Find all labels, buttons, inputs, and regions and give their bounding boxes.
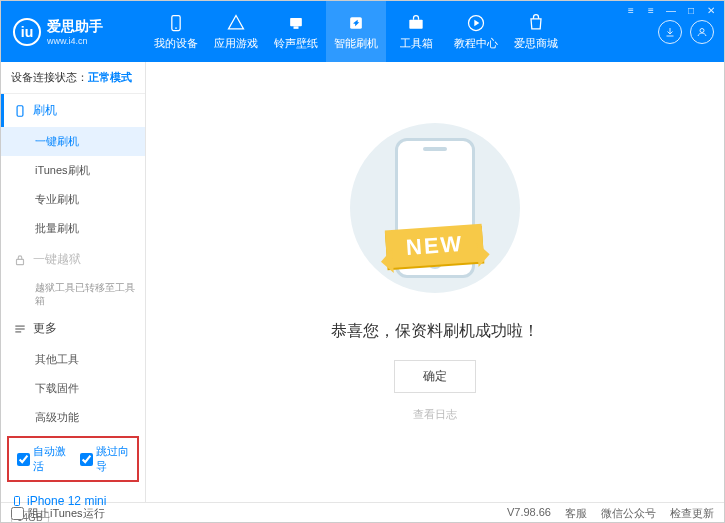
nav-flash[interactable]: 智能刷机 xyxy=(326,1,386,62)
skip-guide-checkbox[interactable] xyxy=(80,453,93,466)
nav-tutorial[interactable]: 教程中心 xyxy=(446,1,506,62)
nav-label: 智能刷机 xyxy=(334,36,378,51)
auto-activate-check[interactable]: 自动激活 xyxy=(17,444,66,474)
update-link[interactable]: 检查更新 xyxy=(670,506,714,521)
nav-label: 应用游戏 xyxy=(214,36,258,51)
nav-label: 铃声壁纸 xyxy=(274,36,318,51)
nav-store[interactable]: 爱思商城 xyxy=(506,1,566,62)
jailbreak-note: 越狱工具已转移至工具箱 xyxy=(1,276,145,312)
svg-rect-10 xyxy=(17,259,24,264)
app-url: www.i4.cn xyxy=(47,36,103,46)
window-controls: ≡ ≡ — □ ✕ xyxy=(624,3,718,17)
success-message: 恭喜您，保资料刷机成功啦！ xyxy=(331,321,539,342)
block-itunes-check[interactable]: 阻止iTunes运行 xyxy=(11,506,105,521)
svg-point-8 xyxy=(700,28,704,32)
user-button[interactable] xyxy=(690,20,714,44)
tutorial-icon xyxy=(466,13,486,33)
more-icon xyxy=(13,322,27,336)
minimize-icon[interactable]: — xyxy=(664,3,678,17)
sidebar-item-advanced[interactable]: 高级功能 xyxy=(1,403,145,432)
view-log-link[interactable]: 查看日志 xyxy=(413,407,457,422)
svg-rect-9 xyxy=(17,105,23,116)
sidebar: 设备连接状态：正常模式 刷机 一键刷机 iTunes刷机 专业刷机 批量刷机 一… xyxy=(1,62,146,502)
sidebar-more-header[interactable]: 更多 xyxy=(1,312,145,345)
svg-rect-3 xyxy=(294,26,299,29)
svg-rect-14 xyxy=(15,497,20,506)
sidebar-label: 刷机 xyxy=(33,102,57,119)
skip-guide-check[interactable]: 跳过向导 xyxy=(80,444,129,474)
phone-icon xyxy=(13,104,27,118)
sidebar-item-firmware[interactable]: 下载固件 xyxy=(1,374,145,403)
lock-icon xyxy=(13,253,27,267)
wechat-link[interactable]: 微信公众号 xyxy=(601,506,656,521)
new-badge: NEW xyxy=(385,223,485,268)
sidebar-label: 一键越狱 xyxy=(33,251,81,268)
nav-label: 工具箱 xyxy=(400,36,433,51)
main-panel: NEW 恭喜您，保资料刷机成功啦！ 确定 查看日志 xyxy=(146,62,724,502)
apps-icon xyxy=(226,13,246,33)
conn-mode: 正常模式 xyxy=(88,71,132,83)
auto-activate-checkbox[interactable] xyxy=(17,453,30,466)
block-itunes-checkbox[interactable] xyxy=(11,507,24,520)
nav-toolbox[interactable]: 工具箱 xyxy=(386,1,446,62)
sidebar-item-other[interactable]: 其他工具 xyxy=(1,345,145,374)
close-icon[interactable]: ✕ xyxy=(704,3,718,17)
hero-illustration: NEW xyxy=(350,123,520,293)
nav-apps[interactable]: 应用游戏 xyxy=(206,1,266,62)
app-header: iu 爱思助手 www.i4.cn 我的设备 应用游戏 铃声壁纸 智能刷机 工具… xyxy=(1,1,724,62)
menu-icon[interactable]: ≡ xyxy=(624,3,638,17)
sidebar-item-itunes[interactable]: iTunes刷机 xyxy=(1,156,145,185)
check-label: 自动激活 xyxy=(33,444,66,474)
flash-icon xyxy=(346,13,366,33)
sidebar-jailbreak-header: 一键越狱 xyxy=(1,243,145,276)
conn-label: 设备连接状态： xyxy=(11,71,88,83)
svg-rect-5 xyxy=(409,19,422,28)
logo-icon: iu xyxy=(13,18,41,46)
ringtone-icon xyxy=(286,13,306,33)
menu2-icon[interactable]: ≡ xyxy=(644,3,658,17)
nav-ringtone[interactable]: 铃声壁纸 xyxy=(266,1,326,62)
sidebar-item-oneclick[interactable]: 一键刷机 xyxy=(1,127,145,156)
connection-status: 设备连接状态：正常模式 xyxy=(1,62,145,94)
check-label: 跳过向导 xyxy=(96,444,129,474)
svg-marker-7 xyxy=(474,19,479,26)
version-label: V7.98.66 xyxy=(507,506,551,521)
toolbox-icon xyxy=(406,13,426,33)
maximize-icon[interactable]: □ xyxy=(684,3,698,17)
device-icon xyxy=(166,13,186,33)
sidebar-item-batch[interactable]: 批量刷机 xyxy=(1,214,145,243)
logo-area: iu 爱思助手 www.i4.cn xyxy=(1,1,146,62)
sidebar-label: 更多 xyxy=(33,320,57,337)
store-icon xyxy=(526,13,546,33)
nav-label: 爱思商城 xyxy=(514,36,558,51)
sidebar-flash-header[interactable]: 刷机 xyxy=(1,94,145,127)
download-button[interactable] xyxy=(658,20,682,44)
nav-label: 我的设备 xyxy=(154,36,198,51)
nav-my-device[interactable]: 我的设备 xyxy=(146,1,206,62)
main-nav: 我的设备 应用游戏 铃声壁纸 智能刷机 工具箱 教程中心 爱思商城 xyxy=(146,1,658,62)
check-label: 阻止iTunes运行 xyxy=(28,506,105,521)
service-link[interactable]: 客服 xyxy=(565,506,587,521)
sidebar-item-pro[interactable]: 专业刷机 xyxy=(1,185,145,214)
svg-rect-2 xyxy=(290,18,302,26)
app-name: 爱思助手 xyxy=(47,18,103,36)
nav-label: 教程中心 xyxy=(454,36,498,51)
highlight-box: 自动激活 跳过向导 xyxy=(7,436,139,482)
confirm-button[interactable]: 确定 xyxy=(394,360,476,393)
